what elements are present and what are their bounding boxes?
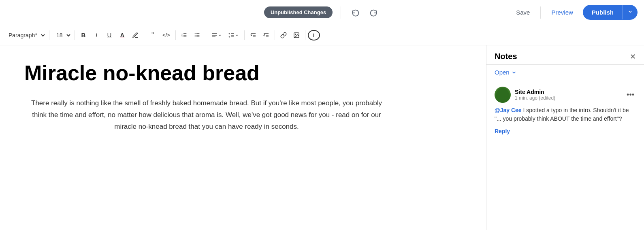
notes-body: Site Admin 1 min. ago (edited) ••• @Jay … [486,80,644,230]
notes-filter: Open [486,65,644,80]
indent-increase-button[interactable] [247,30,259,40]
ordered-list-button[interactable]: 1.2.3. [178,30,190,40]
publish-dropdown-button[interactable] [623,5,638,19]
svg-point-9 [194,33,195,34]
top-bar-actions: Save Preview Publish [509,5,638,20]
toolbar-divider [275,30,275,40]
comment-author: Site Admin [515,89,625,95]
preview-button[interactable]: Preview [544,6,580,19]
toolbar-divider [244,30,245,40]
toolbar-divider [305,30,305,40]
avatar-image [495,87,511,103]
comment-text: @Jay Cee I spotted a typo in the intro. … [495,106,636,123]
undo-button[interactable] [349,7,362,18]
text-color-button[interactable]: A [116,30,128,40]
comment-time: 1 min. ago (edited) [515,95,625,101]
align-button[interactable] [209,30,225,40]
font-size-select[interactable]: 18 12 14 16 20 24 [52,30,72,41]
unpublished-badge: Unpublished Changes [264,6,333,18]
notes-header: Notes ✕ [486,45,644,65]
avatar [495,87,511,103]
notes-panel: Notes ✕ Open Site Admin 1 min. ago (edit… [486,45,644,230]
code-button[interactable]: </> [160,30,173,40]
toolbar-divider [144,30,144,40]
svg-point-25 [295,34,296,34]
image-button[interactable] [290,30,303,40]
comment-meta: Site Admin 1 min. ago (edited) [515,89,625,101]
divider [540,6,541,19]
article-title: Miracle no-knead bread [24,62,462,85]
bold-button[interactable]: B [77,30,90,40]
toolbar-divider [49,30,49,40]
save-button[interactable]: Save [509,6,537,19]
notes-close-button[interactable]: ✕ [630,52,636,61]
svg-point-10 [194,35,195,36]
article-body: There really is nothing like the smell o… [24,98,389,133]
italic-button[interactable]: I [90,30,102,40]
paragraph-style-select[interactable]: Paragraph* Heading 1 Heading 2 Heading 3 [4,30,47,41]
svg-text:3.: 3. [181,36,183,38]
editor-area[interactable]: Miracle no-knead bread There really is n… [0,45,486,230]
toolbar-divider [175,30,176,40]
top-bar: Unpublished Changes Save Preview Publish [0,0,644,25]
link-button[interactable] [277,30,290,40]
comment-mention: @Jay Cee [495,107,522,113]
top-bar-center: Unpublished Changes [264,6,380,19]
comment-header: Site Admin 1 min. ago (edited) ••• [495,87,636,103]
reply-button[interactable]: Reply [495,128,636,134]
unordered-list-button[interactable] [191,30,203,40]
toolbar-divider [75,30,75,40]
publish-group: Publish [583,5,638,20]
editor-toolbar: Paragraph* Heading 1 Heading 2 Heading 3… [0,25,644,45]
svg-point-11 [194,36,195,37]
comment-more-button[interactable]: ••• [625,91,636,99]
blockquote-button[interactable]: " [147,29,159,41]
info-button[interactable]: i [308,30,320,40]
toolbar-divider [206,30,206,40]
comment-block: Site Admin 1 min. ago (edited) ••• @Jay … [495,87,636,134]
notes-filter-label: Open [495,69,510,76]
indent-decrease-button[interactable] [260,30,272,40]
redo-button[interactable] [367,7,380,18]
main-layout: Miracle no-knead bread There really is n… [0,45,644,230]
line-spacing-button[interactable] [226,30,242,40]
notes-filter-button[interactable]: Open [495,69,517,76]
highlight-button[interactable] [129,30,141,40]
underline-button[interactable]: U [103,30,115,40]
divider [341,6,341,19]
publish-button[interactable]: Publish [583,5,623,20]
notes-title: Notes [495,52,517,61]
